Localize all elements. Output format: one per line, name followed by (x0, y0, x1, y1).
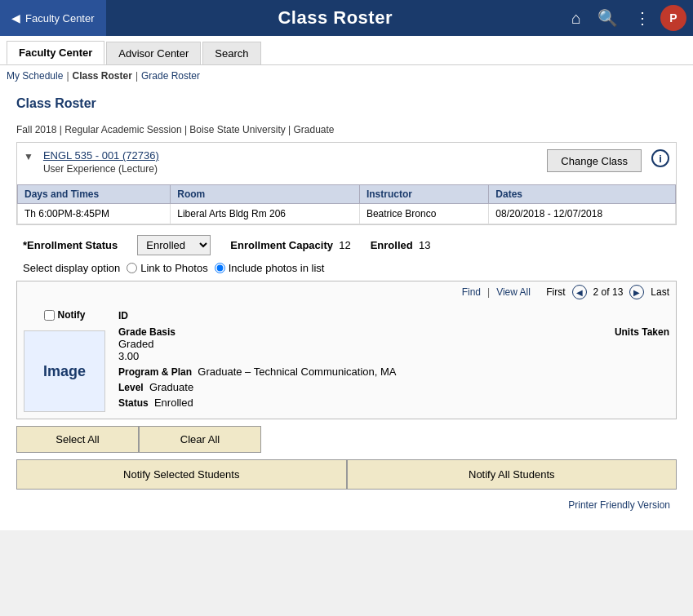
page-heading: Class Roster (10, 93, 683, 117)
enrolled-value: 13 (419, 239, 430, 251)
enrollment-stats: Enrollment Capacity 12 Enrolled 13 (230, 239, 430, 251)
search-button[interactable]: 🔍 (591, 5, 624, 31)
program-plan-value: Graduate – Technical Communication, MA (198, 366, 396, 378)
page-info: 2 of 13 (593, 286, 624, 298)
select-clear-buttons: Select All Clear All (16, 426, 677, 453)
find-link[interactable]: Find (462, 286, 481, 298)
student-card: Notify Image ID Grade Basis (17, 303, 676, 419)
search-icon: 🔍 (597, 9, 618, 27)
content-wrapper: Fall 2018 | Regular Academic Session | B… (10, 117, 683, 521)
units-taken-section: Units Taken (615, 326, 669, 362)
change-class-button[interactable]: Change Class (547, 149, 642, 172)
class-code-link[interactable]: ENGL 535 - 001 (72736) (43, 149, 537, 162)
enrollment-capacity-stat: Enrollment Capacity 12 (230, 239, 350, 251)
printer-friendly-link[interactable]: Printer Friendly Version (568, 499, 670, 511)
include-photos-radio[interactable] (215, 263, 225, 273)
notify-selected-button[interactable]: Notify Selected Students (16, 459, 347, 490)
level-label: Level (118, 382, 144, 393)
notify-checkbox[interactable] (44, 310, 55, 321)
display-option-section: Select display option Link to Photos Inc… (23, 262, 670, 274)
grade-basis-label: Grade Basis (118, 326, 175, 338)
last-label: Last (651, 286, 669, 298)
cell-days-times: Th 6:00PM-8:45PM (18, 204, 171, 224)
col-days-times: Days and Times (18, 185, 171, 204)
main-content: Class Roster Fall 2018 | Regular Academi… (0, 86, 693, 530)
cell-instructor: Beatrice Bronco (359, 204, 488, 224)
breadcrumb-grade-roster[interactable]: Grade Roster (141, 70, 200, 82)
status-value: Enrolled (154, 397, 193, 409)
first-label: First (546, 286, 565, 298)
level-section: Level Graduate (118, 381, 669, 393)
notify-all-button[interactable]: Notify All Students (347, 459, 677, 490)
select-all-button[interactable]: Select All (16, 426, 139, 453)
breadcrumb-sep-1: | (66, 70, 69, 82)
prev-page-button[interactable]: ◀ (572, 285, 587, 299)
breadcrumb-class-roster: Class Roster (73, 70, 132, 82)
cell-dates: 08/20/2018 - 12/07/2018 (489, 204, 676, 224)
roster-nav: Find | View All First ◀ 2 of 13 ▶ Last (17, 281, 676, 303)
roster-section: Find | View All First ◀ 2 of 13 ▶ Last (16, 281, 677, 419)
enrollment-section: *Enrollment Status Enrolled Dropped Wait… (23, 235, 670, 255)
capacity-value: 12 (339, 239, 350, 251)
capacity-label: Enrollment Capacity (230, 239, 333, 251)
view-all-link[interactable]: View All (496, 286, 531, 298)
tab-faculty-center[interactable]: Faculty Center (7, 41, 104, 64)
tab-search[interactable]: Search (202, 42, 260, 64)
notify-column: Notify Image (24, 309, 105, 412)
back-button[interactable]: ◀ Faculty Center (0, 0, 106, 36)
avatar-button[interactable]: P (660, 5, 686, 31)
class-toggle-icon[interactable]: ▼ (24, 151, 33, 162)
next-page-button[interactable]: ▶ (629, 285, 644, 299)
home-button[interactable]: ⌂ (565, 6, 588, 31)
include-photos-text: Include photos in list (229, 262, 325, 274)
student-photo: Image (24, 330, 105, 412)
notify-buttons: Notify Selected Students Notify All Stud… (16, 459, 677, 490)
enrollment-status-select[interactable]: Enrolled Dropped Waitlisted (137, 235, 211, 255)
back-arrow-icon: ◀ (11, 11, 20, 24)
top-icons: ⌂ 🔍 ⋮ P (565, 5, 693, 31)
printer-friendly-section: Printer Friendly Version (16, 496, 677, 514)
student-details: ID Grade Basis Graded 3.00 Units Taken (118, 309, 669, 412)
program-plan-section: Program & Plan Graduate – Technical Comm… (118, 366, 669, 378)
breadcrumb: My Schedule | Class Roster | Grade Roste… (0, 65, 693, 86)
top-bar: ◀ Faculty Center Class Roster ⌂ 🔍 ⋮ P (0, 0, 693, 36)
enrolled-stat: Enrolled 13 (371, 239, 431, 251)
info-icon[interactable]: i (651, 149, 669, 167)
program-plan-label: Program & Plan (118, 366, 192, 378)
tab-bar: Faculty Center Advisor Center Search (0, 36, 693, 65)
enrolled-label: Enrolled (371, 239, 413, 251)
class-name: User Experience (Lecture) (43, 163, 537, 175)
clear-all-button[interactable]: Clear All (139, 426, 261, 453)
link-to-photos-label[interactable]: Link to Photos (127, 262, 207, 274)
include-photos-label[interactable]: Include photos in list (215, 262, 325, 274)
status-label: Status (118, 397, 149, 409)
schedule-row: Th 6:00PM-8:45PM Liberal Arts Bldg Rm 20… (18, 204, 676, 224)
class-info-col: ENGL 535 - 001 (72736) User Experience (… (43, 149, 537, 175)
breadcrumb-my-schedule[interactable]: My Schedule (7, 70, 63, 82)
session-info: Fall 2018 | Regular Academic Session | B… (16, 117, 677, 135)
photo-label: Image (43, 363, 86, 380)
breadcrumb-sep-2: | (135, 70, 138, 82)
page-title: Class Roster (106, 7, 565, 29)
link-to-photos-text: Link to Photos (140, 262, 207, 274)
grade-basis-value: Graded (118, 338, 175, 350)
tab-advisor-center[interactable]: Advisor Center (106, 42, 201, 64)
grade-basis-section: Grade Basis Graded 3.00 (118, 326, 175, 362)
more-button[interactable]: ⋮ (628, 5, 657, 31)
cell-room: Liberal Arts Bldg Rm 206 (171, 204, 360, 224)
more-icon: ⋮ (634, 9, 651, 27)
link-to-photos-radio[interactable] (127, 263, 137, 273)
class-block-header: ▼ ENGL 535 - 001 (72736) User Experience… (17, 143, 676, 181)
class-block: ▼ ENGL 535 - 001 (72736) User Experience… (16, 142, 677, 225)
avatar-label: P (669, 11, 677, 24)
status-section: Status Enrolled (118, 397, 669, 409)
home-icon: ⌂ (571, 9, 581, 27)
col-instructor: Instructor (359, 185, 488, 204)
back-label: Faculty Center (25, 12, 95, 24)
col-room: Room (171, 185, 360, 204)
units-taken-label: Units Taken (615, 326, 669, 338)
level-value: Graduate (149, 381, 193, 393)
notify-label: Notify (58, 309, 86, 321)
col-dates: Dates (489, 185, 676, 204)
id-label: ID (118, 310, 128, 321)
